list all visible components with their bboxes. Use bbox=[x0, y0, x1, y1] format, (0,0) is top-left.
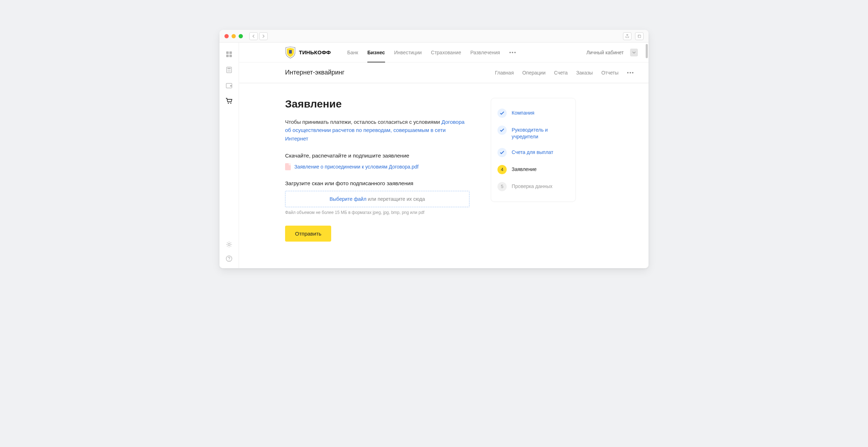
topnav-item-bank[interactable]: Банк bbox=[347, 43, 358, 62]
main: ТИНЬКОФФ Банк Бизнес Инвестиции Страхова… bbox=[239, 43, 649, 268]
wallet-icon[interactable] bbox=[224, 81, 234, 90]
svg-point-19 bbox=[229, 260, 229, 261]
step-label: Проверка данных bbox=[512, 182, 552, 190]
logo[interactable]: ТИНЬКОФФ bbox=[285, 46, 331, 59]
dropzone-rest-text: или перетащите их сюда bbox=[366, 196, 425, 202]
topnav-links: Банк Бизнес Инвестиции Страхование Развл… bbox=[347, 43, 517, 62]
svg-point-11 bbox=[229, 71, 229, 72]
step-number-icon: 5 bbox=[497, 182, 507, 191]
download-file-link[interactable]: Заявление о присоединении к условиям Дог… bbox=[294, 164, 419, 170]
lead-text: Чтобы принимать платежи, осталось соглас… bbox=[285, 118, 469, 143]
help-icon[interactable] bbox=[224, 254, 234, 263]
logo-text: ТИНЬКОФФ bbox=[299, 49, 331, 55]
sub-nav: Интернет-эквайринг Главная Операции Счет… bbox=[239, 62, 649, 83]
back-button[interactable] bbox=[249, 32, 258, 40]
pick-file-link[interactable]: Выберите файл bbox=[329, 196, 366, 202]
svg-rect-4 bbox=[229, 55, 232, 57]
check-icon bbox=[497, 109, 507, 118]
forward-button[interactable] bbox=[259, 32, 268, 40]
scrollbar[interactable] bbox=[646, 44, 648, 58]
top-nav: ТИНЬКОФФ Банк Бизнес Инвестиции Страхова… bbox=[239, 43, 649, 62]
svg-rect-6 bbox=[228, 68, 231, 69]
step-director[interactable]: Руководитель и учредители bbox=[497, 122, 569, 144]
svg-point-7 bbox=[228, 70, 228, 71]
lead-plain: Чтобы принимать платежи, осталось соглас… bbox=[285, 119, 440, 125]
step-number-icon: 4 bbox=[497, 165, 507, 174]
subnav-item-reports[interactable]: Отчеты bbox=[601, 70, 618, 76]
step-accounts[interactable]: Счета для выплат bbox=[497, 144, 569, 161]
account-dropdown-icon[interactable] bbox=[630, 49, 638, 56]
svg-rect-0 bbox=[638, 35, 641, 38]
section-title: Интернет-эквайринг bbox=[285, 69, 345, 76]
subnav-item-operations[interactable]: Операции bbox=[522, 70, 546, 76]
download-heading: Скачайте, распечатайте и подпишите заявл… bbox=[285, 153, 469, 159]
topnav-item-insurance[interactable]: Страхование bbox=[431, 43, 461, 62]
upload-dropzone[interactable]: Выберите файл или перетащите их сюда bbox=[285, 191, 469, 207]
subnav-more-icon[interactable]: ••• bbox=[627, 70, 634, 76]
svg-rect-3 bbox=[226, 55, 229, 57]
tabs-icon[interactable] bbox=[635, 32, 644, 40]
window-controls bbox=[224, 34, 243, 38]
minimize-window-icon[interactable] bbox=[232, 34, 236, 38]
step-label: Заявление bbox=[512, 165, 536, 173]
step-label: Компания bbox=[512, 109, 534, 116]
step-label: Руководитель и учредители bbox=[512, 126, 569, 140]
left-rail bbox=[219, 43, 239, 268]
subnav-item-orders[interactable]: Заказы bbox=[576, 70, 593, 76]
svg-rect-1 bbox=[226, 51, 229, 54]
zoom-window-icon[interactable] bbox=[239, 34, 243, 38]
content: Заявление Чтобы принимать платежи, остал… bbox=[239, 83, 649, 242]
browser-titlebar bbox=[219, 30, 649, 43]
subnav-links: Главная Операции Счета Заказы Отчеты ••• bbox=[495, 70, 634, 76]
step-verification: 5 Проверка данных bbox=[497, 178, 569, 195]
svg-point-15 bbox=[228, 103, 229, 104]
submit-button[interactable]: Отправить bbox=[285, 226, 331, 242]
svg-point-9 bbox=[230, 70, 230, 71]
topnav-item-business[interactable]: Бизнес bbox=[367, 43, 385, 62]
topnav-item-investments[interactable]: Инвестиции bbox=[394, 43, 422, 62]
svg-rect-14 bbox=[230, 85, 232, 87]
step-company[interactable]: Компания bbox=[497, 105, 569, 122]
cart-icon[interactable] bbox=[224, 96, 234, 106]
upload-heading: Загрузите скан или фото подписанного зая… bbox=[285, 180, 469, 187]
step-label: Счета для выплат bbox=[512, 148, 553, 156]
check-icon bbox=[497, 148, 507, 157]
svg-point-12 bbox=[230, 71, 230, 72]
page-title: Заявление bbox=[285, 98, 469, 110]
topnav-more-icon[interactable]: ••• bbox=[509, 43, 517, 62]
pdf-file-icon bbox=[285, 163, 291, 170]
svg-point-10 bbox=[228, 71, 228, 72]
upload-hint: Файл объемом не более 15 МБ в форматах j… bbox=[285, 210, 469, 215]
dashboard-icon[interactable] bbox=[224, 50, 234, 59]
topnav-item-entertainment[interactable]: Развлечения bbox=[470, 43, 500, 62]
close-window-icon[interactable] bbox=[224, 34, 229, 38]
browser-window: ТИНЬКОФФ Банк Бизнес Инвестиции Страхова… bbox=[219, 30, 649, 268]
logo-shield-icon bbox=[285, 46, 296, 59]
svg-rect-20 bbox=[289, 50, 292, 54]
share-icon[interactable] bbox=[623, 32, 631, 40]
subnav-item-accounts[interactable]: Счета bbox=[554, 70, 568, 76]
calculator-icon[interactable] bbox=[224, 65, 234, 74]
stepper: Компания Руководитель и учредители Счета… bbox=[491, 98, 576, 202]
gear-icon[interactable] bbox=[224, 240, 234, 249]
form-column: Заявление Чтобы принимать платежи, остал… bbox=[285, 98, 469, 242]
svg-point-16 bbox=[230, 103, 232, 104]
download-file-row[interactable]: Заявление о присоединении к условиям Дог… bbox=[285, 163, 469, 170]
svg-rect-2 bbox=[229, 51, 232, 54]
check-icon bbox=[497, 126, 507, 135]
step-application: 4 Заявление bbox=[497, 161, 569, 178]
subnav-item-main[interactable]: Главная bbox=[495, 70, 514, 76]
nav-arrows bbox=[249, 32, 268, 40]
svg-point-8 bbox=[229, 70, 229, 71]
svg-point-17 bbox=[228, 243, 230, 245]
account-link[interactable]: Личный кабинет bbox=[586, 50, 624, 55]
